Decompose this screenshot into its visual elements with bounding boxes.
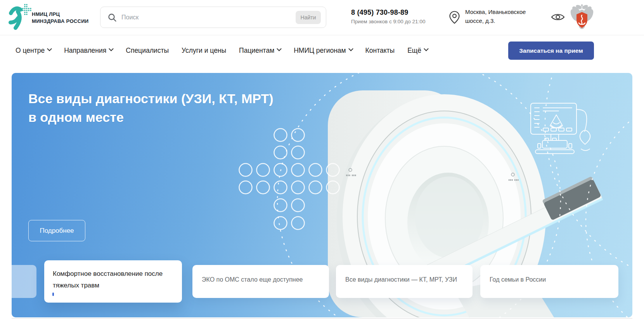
phone-hours: Прием звонков с 9:00 до 21:00 — [351, 19, 425, 24]
accessibility-eye-button[interactable] — [551, 12, 565, 23]
nav-item-patients[interactable]: Пациентам — [239, 47, 281, 55]
nav-label: Направления — [64, 47, 106, 55]
slider-card-active[interactable]: Комфортное восстановление после тяжелых … — [44, 260, 182, 303]
slider-card[interactable]: Все виды диагностики — КТ, МРТ, УЗИ — [336, 265, 473, 298]
phone-block: 8 (495) 730-98-89 Прием звонков с 9:00 д… — [351, 9, 425, 24]
logo-text: НМИЦ ЛРЦ МИНЗДРАВА РОССИИ — [32, 11, 89, 25]
book-appointment-button[interactable]: Записаться на прием — [508, 42, 594, 60]
header: НМИЦ ЛРЦ МИНЗДРАВА РОССИИ Найти 8 (495) … — [0, 0, 644, 35]
chevron-down-icon — [277, 46, 282, 51]
nav-item-directions[interactable]: Направления — [64, 47, 113, 55]
slider-card-title: Год семьи в России — [490, 275, 609, 284]
ultrasound-machine-icon — [531, 103, 590, 154]
chevron-down-icon — [424, 46, 429, 51]
nav-label: Услуги и цены — [182, 47, 226, 55]
nav-item-more[interactable]: Ещё — [407, 47, 428, 55]
nav-label: Специалисты — [126, 47, 169, 55]
hero-title-line1: Все виды диагностики (УЗИ, КТ, МРТ) — [28, 89, 274, 108]
slider-card[interactable]: Год семьи в России — [480, 265, 618, 298]
phone-number[interactable]: 8 (495) 730-98-89 — [351, 9, 425, 17]
nav-label: Пациентам — [239, 47, 274, 55]
eye-icon — [551, 12, 565, 22]
next-section-edge — [12, 318, 632, 319]
location-pin-icon — [449, 11, 460, 26]
chevron-down-icon — [348, 46, 353, 51]
address-block: Москва, Иваньковское шоссе, д.3. — [449, 8, 539, 26]
nav-item-services-prices[interactable]: Услуги и цены — [182, 47, 226, 55]
logo-line1: НМИЦ ЛРЦ — [32, 11, 89, 18]
chevron-down-icon — [47, 46, 52, 51]
slider-progress-indicator — [52, 293, 54, 296]
nav-item-contacts[interactable]: Контакты — [365, 47, 395, 55]
nav-item-specialists[interactable]: Специалисты — [126, 47, 169, 55]
search-submit-button[interactable]: Найти — [296, 11, 321, 24]
search-icon — [107, 13, 117, 22]
slider-peek-card[interactable] — [12, 265, 36, 298]
slider-card-title: Комфортное восстановление после тяжелых … — [53, 268, 173, 291]
chevron-down-icon — [109, 46, 114, 51]
hero-title: Все виды диагностики (УЗИ, КТ, МРТ) в од… — [28, 89, 274, 127]
logo-line2: МИНЗДРАВА РОССИИ — [32, 18, 89, 25]
hero-more-button[interactable]: Подробнее — [28, 220, 85, 241]
nav-label: О центре — [16, 47, 45, 55]
address-text: Москва, Иваньковское шоссе, д.3. — [465, 8, 539, 26]
nav-item-regions[interactable]: НМИЦ регионам — [294, 47, 352, 55]
slider-card[interactable]: ЭКО по ОМС стало еще доступнее — [192, 265, 329, 298]
slider-card-title: ЭКО по ОМС стало еще доступнее — [202, 275, 320, 284]
page: НМИЦ ЛРЦ МИНЗДРАВА РОССИИ Найти 8 (495) … — [0, 0, 644, 322]
hero-title-line2: в одном месте — [28, 108, 274, 126]
ministry-emblem — [570, 3, 594, 31]
slider-card-title: Все виды диагностики — КТ, МРТ, УЗИ — [345, 275, 463, 284]
hero-banner[interactable]: Все виды диагностики (УЗИ, КТ, МРТ) в од… — [12, 73, 632, 317]
nav-label: НМИЦ регионам — [294, 47, 346, 55]
search-input[interactable] — [117, 14, 296, 21]
search-box: Найти — [100, 7, 326, 28]
nav-label: Ещё — [407, 47, 421, 55]
main-nav: О центре Направления Специалисты Услуги … — [16, 35, 428, 66]
nav-label: Контакты — [365, 47, 395, 55]
site-logo[interactable]: НМИЦ ЛРЦ МИНЗДРАВА РОССИИ — [8, 2, 97, 33]
nav-item-about[interactable]: О центре — [16, 47, 51, 55]
